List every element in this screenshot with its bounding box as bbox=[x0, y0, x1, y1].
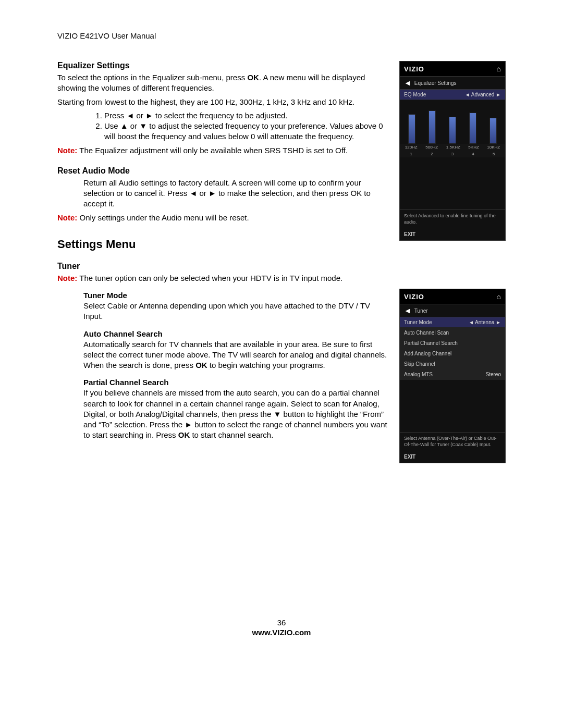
heading-tuner: Tuner bbox=[57, 262, 506, 271]
analog-mts-row: Analog MTS Stereo bbox=[400, 369, 505, 380]
menu-item: Partial Channel Search bbox=[400, 338, 505, 349]
eq-freq-numbers: 1 2 3 4 5 bbox=[400, 151, 505, 157]
analog-mts-label: Analog MTS bbox=[404, 372, 433, 377]
footer-site: www.VIZIO.com bbox=[57, 628, 506, 637]
tuner-osd-screenshot: VIZIO ⌂ ◄ Tuner Tuner Mode ◄ Antenna ► A… bbox=[399, 289, 506, 463]
document-header: VIZIO E421VO User Manual bbox=[57, 31, 506, 40]
osd-help-text: Select Advanced to enable fine tuning of… bbox=[400, 209, 505, 228]
eq-bar bbox=[449, 117, 456, 144]
eq-mode-row: EQ Mode ◄ Advanced ► bbox=[400, 90, 505, 100]
note-label: Note: bbox=[57, 274, 77, 282]
home-icon: ⌂ bbox=[497, 292, 501, 301]
osd-body-spacer bbox=[400, 157, 505, 209]
note-label: Note: bbox=[57, 146, 77, 155]
equalizer-osd-screenshot: VIZIO ⌂ ◄ Equalizer Settings EQ Mode ◄ A… bbox=[399, 61, 506, 241]
osd-body-spacer bbox=[400, 380, 505, 432]
vizio-logo: VIZIO bbox=[404, 65, 424, 73]
breadcrumb-label: Tuner bbox=[414, 308, 428, 314]
eq-bars bbox=[400, 100, 505, 144]
back-arrow-icon: ◄ bbox=[404, 79, 411, 87]
tuner-mode-label: Tuner Mode bbox=[404, 319, 432, 325]
eq-bar bbox=[429, 110, 436, 144]
osd-breadcrumb: ◄ Equalizer Settings bbox=[400, 77, 505, 90]
tuner-mode-row: Tuner Mode ◄ Antenna ► bbox=[400, 317, 505, 328]
home-icon: ⌂ bbox=[497, 65, 501, 73]
osd-exit-label: EXIT bbox=[400, 451, 505, 463]
note-label: Note: bbox=[57, 213, 77, 222]
osd-breadcrumb: ◄ Tuner bbox=[400, 304, 505, 317]
page-number: 36 bbox=[57, 618, 506, 627]
osd-help-text: Select Antenna (Over-The-Air) or Cable O… bbox=[400, 432, 505, 451]
eq-bar bbox=[408, 114, 415, 144]
tuner-note-paragraph: Note: The tuner option can only be selec… bbox=[57, 273, 506, 283]
breadcrumb-label: Equalizer Settings bbox=[414, 80, 457, 86]
eq-bar bbox=[469, 113, 476, 144]
analog-mts-value: Stereo bbox=[486, 372, 501, 377]
menu-item: Skip Channel bbox=[400, 359, 505, 369]
menu-item: Auto Channel Scan bbox=[400, 328, 505, 338]
eq-mode-label: EQ Mode bbox=[404, 92, 426, 97]
back-arrow-icon: ◄ bbox=[404, 306, 411, 315]
eq-mode-value: ◄ Advanced ► bbox=[465, 92, 501, 97]
eq-freq-labels: 120HZ 500HZ 1.5KHZ 5KHZ 10KHZ bbox=[400, 144, 505, 151]
osd-exit-label: EXIT bbox=[400, 228, 505, 240]
page-footer: 36 www.VIZIO.com bbox=[57, 618, 506, 637]
menu-item: Add Analog Channel bbox=[400, 349, 505, 359]
vizio-logo: VIZIO bbox=[404, 293, 424, 301]
tuner-mode-value: ◄ Antenna ► bbox=[469, 319, 501, 325]
eq-bar bbox=[489, 118, 497, 144]
